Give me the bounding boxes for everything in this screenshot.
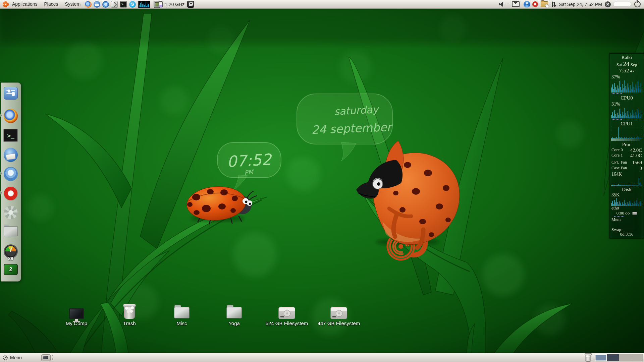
conky-date: Sat 24 Sep	[611, 60, 642, 67]
pinwheel-icon	[4, 206, 17, 219]
dock: >_ 39 2	[1, 82, 21, 282]
terminal-icon: >_	[3, 129, 18, 142]
applet-handle[interactable]	[52, 355, 53, 360]
disk-graph	[611, 197, 642, 206]
skype-launcher-icon[interactable]: S	[129, 1, 136, 8]
desktop-icon-524gb[interactable]: 524 GB Filesystem	[263, 304, 310, 326]
conky-time: 7:52 47	[611, 67, 642, 74]
folder-icon	[4, 226, 18, 237]
volume-muted-icon[interactable]	[499, 2, 503, 7]
desktop-icon-my-comp[interactable]: My Comp	[53, 304, 100, 326]
trash-icon	[124, 305, 135, 319]
trash-applet-icon[interactable]	[585, 354, 591, 362]
dock-thunderbird-item[interactable]	[3, 147, 18, 163]
battery-icon	[159, 1, 163, 7]
bottom-panel: Menu	[0, 353, 644, 362]
workspace-3[interactable]	[619, 354, 631, 361]
menu-applications[interactable]: Applications	[9, 0, 41, 8]
swirl-tray-icon[interactable]	[524, 1, 530, 8]
cpu-frequency-applet[interactable]: 1.20 GHz	[165, 2, 184, 7]
desktop-icon-yoga[interactable]: Yoga	[211, 304, 258, 326]
firefox-launcher-icon[interactable]	[85, 1, 92, 8]
mini-battery-icon	[632, 212, 637, 215]
icon-label: 524 GB Filesystem	[263, 320, 310, 326]
file-manager-tray-icon[interactable]	[541, 1, 548, 7]
menu-places[interactable]: Places	[41, 0, 62, 8]
username-pill	[613, 2, 631, 6]
dock-media-item[interactable]	[3, 205, 18, 220]
proc-header: Proc	[611, 142, 642, 147]
dock-firefox-item[interactable]	[3, 108, 18, 124]
mem-header: Mem	[611, 217, 642, 222]
cpu1-percent: 31%	[611, 102, 642, 107]
desktop-icon-447gb[interactable]: 447 GB Filesystem	[315, 304, 362, 326]
system-monitor-applet[interactable]	[138, 1, 150, 8]
panel-settings-icon	[4, 87, 18, 100]
thunderbird-launcher-icon[interactable]	[94, 1, 100, 8]
window-list-button[interactable]	[41, 354, 51, 361]
icon-label: Misc	[158, 320, 205, 326]
dock-folder-item[interactable]	[3, 224, 18, 239]
desktop: 07:52 PM saturday 24 september	[0, 0, 644, 362]
dock-sensor-item[interactable]: 39	[3, 244, 18, 259]
menu-button[interactable]: Menu	[10, 355, 22, 360]
icon-label: 447 GB Filesystem	[315, 320, 362, 326]
running-indicator	[0, 114, 2, 117]
mail-indicator-icon[interactable]	[512, 1, 520, 7]
workspace-2[interactable]	[607, 354, 619, 361]
dock-opera-item[interactable]	[3, 186, 18, 201]
power-icon[interactable]	[634, 1, 641, 7]
disk-header: Disk	[611, 187, 642, 192]
workspace-thumbnail: 2	[4, 264, 18, 275]
opera-icon	[4, 187, 17, 200]
running-indicator	[0, 172, 2, 175]
uptime-value: 0d 3:16	[611, 232, 642, 237]
icon-label: Yoga	[211, 320, 258, 326]
icon-label: Trash	[106, 320, 153, 326]
cpu0-label: CPU0	[611, 95, 642, 101]
chromium-launcher-icon[interactable]	[102, 1, 109, 8]
terminal-launcher-icon[interactable]: >_	[120, 1, 127, 8]
workspace-4[interactable]	[631, 354, 643, 361]
workspace-1[interactable]	[595, 354, 607, 361]
dock-settings-item[interactable]	[3, 85, 18, 101]
tick-strip	[612, 119, 623, 120]
tick-strip	[612, 93, 623, 94]
disk-value: 35K	[611, 192, 642, 198]
folder-icon	[226, 307, 242, 319]
cpu0-graph	[611, 80, 642, 93]
desktop-icon-misc[interactable]: Misc	[158, 304, 205, 326]
opera-tray-icon[interactable]	[532, 1, 538, 7]
desktop-icon-trash[interactable]: Trash	[106, 304, 153, 326]
swap-header: Swap	[611, 227, 642, 232]
baseline-ticks	[611, 139, 640, 141]
core1-row: Core 141.0C	[611, 153, 642, 158]
dock-terminal-item[interactable]: >_	[3, 128, 18, 143]
eth0-label: eth0	[611, 206, 642, 211]
top-panel: Applications Places System >_ S 1.20 GHz…	[0, 0, 644, 9]
running-indicator	[0, 191, 2, 194]
clock-applet[interactable]: Sat Sep 24, 7:52 PM	[559, 2, 602, 7]
cpu1-label: CPU1	[611, 121, 642, 127]
net-up-value: 164K	[611, 172, 642, 177]
thunderbird-icon	[4, 148, 18, 162]
gear-icon	[3, 355, 8, 360]
net-graph	[611, 177, 642, 186]
chromium-icon	[4, 167, 18, 181]
cpu1-history-graph	[611, 127, 642, 139]
sync-launcher-icon[interactable]	[111, 1, 118, 8]
eth0-value: 0:00 oo	[611, 211, 642, 216]
workspace-switcher	[595, 354, 643, 361]
hard-drive-icon	[330, 307, 347, 319]
dock-workspace-item[interactable]: 2	[3, 262, 18, 277]
network-updown-icon[interactable]	[551, 1, 556, 7]
menu-system[interactable]: System	[62, 0, 84, 8]
casefan-row: Case Fan0	[611, 166, 642, 171]
lock-screen-icon[interactable]	[187, 1, 194, 8]
conky-system-monitor: Kalki Sat 24 Sep 7:52 47 37% CPU0 31% CP…	[609, 53, 644, 239]
dock-chromium-item[interactable]	[3, 166, 18, 182]
hard-drive-icon	[278, 307, 295, 319]
distro-logo-icon[interactable]	[3, 1, 9, 7]
session-close-icon[interactable]	[605, 1, 611, 7]
dot-strip	[614, 216, 625, 217]
